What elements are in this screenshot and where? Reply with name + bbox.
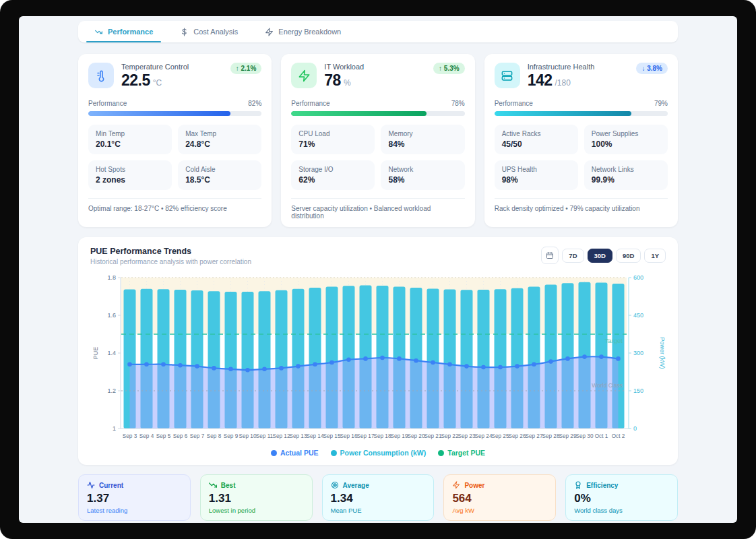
metric-title: Temperature Control bbox=[121, 63, 189, 71]
pue-point bbox=[127, 362, 132, 367]
tab-cost-analysis[interactable]: Cost Analysis bbox=[166, 21, 251, 42]
pue-point bbox=[498, 365, 503, 370]
pue-point bbox=[548, 359, 553, 364]
submetric-value: 62% bbox=[298, 175, 367, 185]
pue-point bbox=[296, 364, 301, 369]
x-tick: Sep 15 bbox=[323, 433, 341, 439]
x-tick: Sep 18 bbox=[374, 433, 391, 439]
pue-point bbox=[144, 362, 149, 367]
metric-icon-tile bbox=[88, 63, 114, 88]
pue-point bbox=[481, 365, 486, 370]
zap-icon bbox=[265, 28, 274, 36]
pue-point bbox=[363, 356, 368, 361]
progress-track bbox=[495, 111, 668, 116]
progress-fill bbox=[495, 111, 631, 116]
pue-point bbox=[262, 367, 267, 372]
x-tick: Oct 1 bbox=[595, 433, 608, 439]
performance-label: Performance bbox=[291, 100, 329, 107]
y-right-tick: 450 bbox=[633, 312, 643, 319]
x-tick: Sep 20 bbox=[408, 433, 425, 439]
calendar-button[interactable] bbox=[541, 247, 559, 264]
tab-bar: PerformanceCost AnalysisEnergy Breakdown bbox=[78, 21, 678, 42]
pue-point bbox=[532, 362, 536, 367]
tab-energy-breakdown[interactable]: Energy Breakdown bbox=[251, 21, 354, 42]
pue-point bbox=[228, 367, 233, 372]
metric-card-header: IT Workload 78% ↑ 5.3% bbox=[291, 63, 464, 90]
pue-point bbox=[565, 356, 570, 361]
range-button-1y[interactable]: 1Y bbox=[644, 249, 666, 263]
summary-subtext: Avg kW bbox=[452, 507, 547, 514]
chart-subtitle: Historical performance analysis with pow… bbox=[90, 258, 251, 265]
summary-card-efficiency: Efficiency 0% World class days bbox=[565, 474, 678, 521]
legend-item-power-consumption-kw[interactable]: Power Consumption (kW) bbox=[331, 449, 427, 457]
submetric-label: Max Temp bbox=[185, 130, 254, 137]
y-left-tick: 1.4 bbox=[107, 350, 116, 356]
submetric-grid: Active Racks 45/50 Power Supplies 100% U… bbox=[495, 125, 668, 190]
y-right-tick: 150 bbox=[633, 387, 643, 394]
summary-card-average: Average 1.34 Mean PUE bbox=[322, 474, 435, 521]
x-tick: Sep 17 bbox=[357, 433, 375, 439]
metric-icon-tile bbox=[291, 63, 317, 88]
x-tick: Sep 22 bbox=[441, 433, 459, 439]
range-button-30d[interactable]: 30D bbox=[588, 249, 612, 263]
metric-title: Infrastructure Health bbox=[528, 63, 595, 71]
legend-dot bbox=[438, 450, 444, 456]
submetric-cold-aisle: Cold Aisle 18.5°C bbox=[178, 160, 261, 190]
summary-value: 1.31 bbox=[209, 492, 304, 505]
tab-performance[interactable]: Performance bbox=[81, 21, 166, 42]
legend-item-actual-pue[interactable]: Actual PUE bbox=[271, 449, 319, 457]
metric-footer: Server capacity utilization • Balanced w… bbox=[291, 198, 464, 220]
metric-card-infrastructure-health: Infrastructure Health 142/180 ↓ 3.8% Per… bbox=[484, 54, 678, 227]
metric-value-unit: /180 bbox=[555, 78, 571, 88]
submetric-label: Network bbox=[388, 166, 457, 173]
pue-point bbox=[464, 364, 469, 369]
metric-value: 142/180 bbox=[528, 71, 595, 90]
range-button-90d[interactable]: 90D bbox=[616, 249, 641, 263]
pue-point bbox=[515, 364, 519, 369]
y-left-tick: 1.8 bbox=[107, 274, 116, 281]
submetric-value: 18.5°C bbox=[185, 175, 254, 185]
submetric-value: 45/50 bbox=[502, 139, 571, 149]
range-controls: 7D30D90D1Y bbox=[541, 247, 666, 264]
submetric-value: 58% bbox=[388, 175, 457, 185]
submetric-label: Hot Spots bbox=[96, 166, 164, 173]
metric-card-header: Temperature Control 22.5°C ↑ 2.1% bbox=[88, 63, 261, 90]
performance-label: Performance bbox=[88, 100, 127, 107]
x-tick: Sep 10 bbox=[239, 433, 257, 439]
x-tick: Sep 5 bbox=[156, 433, 171, 439]
submetric-label: CPU Load bbox=[298, 130, 367, 137]
change-badge: ↑ 5.3% bbox=[433, 63, 465, 74]
legend-label: Actual PUE bbox=[280, 449, 319, 457]
range-button-7d[interactable]: 7D bbox=[562, 249, 584, 263]
trending-down-icon bbox=[209, 481, 217, 489]
metric-icon-tile bbox=[495, 63, 520, 88]
target-icon bbox=[331, 481, 339, 489]
pue-point bbox=[279, 366, 284, 371]
submetric-power-supplies: Power Supplies 100% bbox=[584, 125, 668, 154]
legend-item-target-pue[interactable]: Target PUE bbox=[438, 449, 485, 457]
x-tick: Sep 9 bbox=[224, 433, 239, 439]
x-tick: Sep 29 bbox=[559, 433, 577, 439]
summary-subtext: Mean PUE bbox=[331, 507, 426, 514]
submetric-value: 20.1°C bbox=[96, 139, 164, 149]
x-tick: Sep 14 bbox=[307, 433, 324, 439]
device-frame: PerformanceCost AnalysisEnergy Breakdown… bbox=[0, 0, 756, 539]
pue-point bbox=[414, 358, 418, 363]
tab-label: Energy Breakdown bbox=[278, 28, 341, 36]
pue-point bbox=[329, 360, 334, 365]
pue-point bbox=[397, 356, 402, 361]
pue-point bbox=[346, 358, 351, 362]
chart-header-text: PUE Performance Trends Historical perfor… bbox=[90, 247, 251, 265]
submetric-value: 2 zones bbox=[96, 175, 164, 185]
change-badge: ↑ 2.1% bbox=[230, 63, 262, 74]
metric-card-temperature-control: Temperature Control 22.5°C ↑ 2.1% Perfor… bbox=[78, 54, 272, 227]
summary-label: Power bbox=[464, 482, 484, 489]
performance-percent: 79% bbox=[654, 100, 668, 107]
pue-point bbox=[245, 368, 250, 373]
x-tick: Sep 4 bbox=[139, 433, 154, 439]
zap-icon bbox=[452, 481, 460, 489]
metric-cards-row: Temperature Control 22.5°C ↑ 2.1% Perfor… bbox=[78, 54, 678, 227]
summary-value: 0% bbox=[574, 492, 669, 505]
chart-title: PUE Performance Trends bbox=[90, 247, 251, 256]
x-tick: Sep 28 bbox=[542, 433, 560, 439]
